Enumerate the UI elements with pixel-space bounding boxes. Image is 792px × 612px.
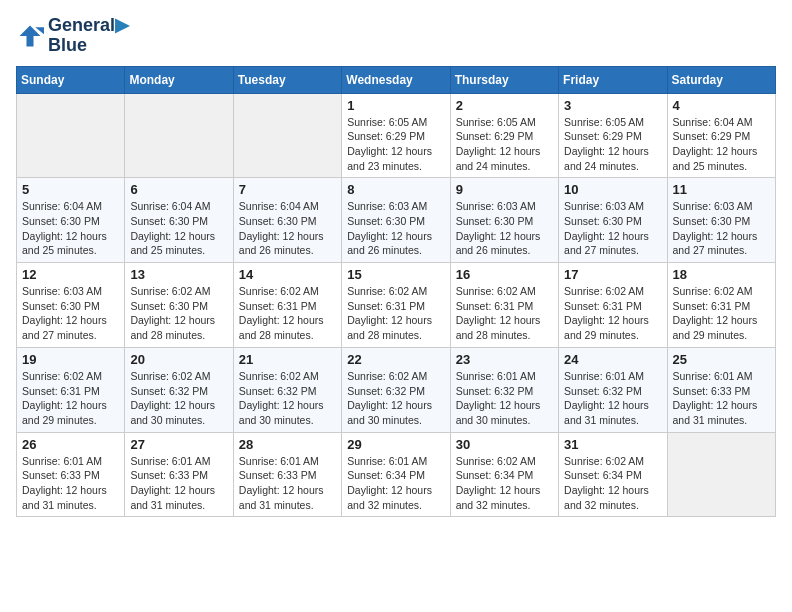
day-info: Sunrise: 6:01 AMSunset: 6:32 PMDaylight:… [456, 369, 553, 428]
day-info: Sunrise: 6:02 AMSunset: 6:32 PMDaylight:… [347, 369, 444, 428]
weekday-header: Saturday [667, 66, 775, 93]
calendar-cell: 10Sunrise: 6:03 AMSunset: 6:30 PMDayligh… [559, 178, 667, 263]
calendar-cell: 17Sunrise: 6:02 AMSunset: 6:31 PMDayligh… [559, 263, 667, 348]
day-info: Sunrise: 6:02 AMSunset: 6:32 PMDaylight:… [130, 369, 227, 428]
day-info: Sunrise: 6:02 AMSunset: 6:34 PMDaylight:… [456, 454, 553, 513]
calendar-week-row: 12Sunrise: 6:03 AMSunset: 6:30 PMDayligh… [17, 263, 776, 348]
calendar-week-row: 5Sunrise: 6:04 AMSunset: 6:30 PMDaylight… [17, 178, 776, 263]
day-number: 19 [22, 352, 119, 367]
day-number: 30 [456, 437, 553, 452]
calendar-cell: 23Sunrise: 6:01 AMSunset: 6:32 PMDayligh… [450, 347, 558, 432]
day-number: 22 [347, 352, 444, 367]
calendar-cell: 1Sunrise: 6:05 AMSunset: 6:29 PMDaylight… [342, 93, 450, 178]
logo-icon [16, 22, 44, 50]
calendar-week-row: 26Sunrise: 6:01 AMSunset: 6:33 PMDayligh… [17, 432, 776, 517]
day-number: 9 [456, 182, 553, 197]
calendar-cell [17, 93, 125, 178]
day-number: 27 [130, 437, 227, 452]
weekday-header: Friday [559, 66, 667, 93]
day-info: Sunrise: 6:01 AMSunset: 6:34 PMDaylight:… [347, 454, 444, 513]
day-number: 13 [130, 267, 227, 282]
day-number: 16 [456, 267, 553, 282]
day-info: Sunrise: 6:02 AMSunset: 6:31 PMDaylight:… [564, 284, 661, 343]
calendar-cell [125, 93, 233, 178]
day-info: Sunrise: 6:03 AMSunset: 6:30 PMDaylight:… [673, 199, 770, 258]
day-info: Sunrise: 6:02 AMSunset: 6:31 PMDaylight:… [456, 284, 553, 343]
calendar-cell: 8Sunrise: 6:03 AMSunset: 6:30 PMDaylight… [342, 178, 450, 263]
day-info: Sunrise: 6:02 AMSunset: 6:32 PMDaylight:… [239, 369, 336, 428]
day-number: 18 [673, 267, 770, 282]
calendar-cell [233, 93, 341, 178]
day-info: Sunrise: 6:03 AMSunset: 6:30 PMDaylight:… [347, 199, 444, 258]
day-number: 14 [239, 267, 336, 282]
day-info: Sunrise: 6:02 AMSunset: 6:31 PMDaylight:… [22, 369, 119, 428]
calendar-cell: 15Sunrise: 6:02 AMSunset: 6:31 PMDayligh… [342, 263, 450, 348]
logo-text: General▶ Blue [48, 16, 129, 56]
day-number: 23 [456, 352, 553, 367]
calendar-cell: 9Sunrise: 6:03 AMSunset: 6:30 PMDaylight… [450, 178, 558, 263]
calendar-cell: 2Sunrise: 6:05 AMSunset: 6:29 PMDaylight… [450, 93, 558, 178]
day-info: Sunrise: 6:02 AMSunset: 6:30 PMDaylight:… [130, 284, 227, 343]
day-number: 17 [564, 267, 661, 282]
weekday-header: Monday [125, 66, 233, 93]
calendar-cell: 21Sunrise: 6:02 AMSunset: 6:32 PMDayligh… [233, 347, 341, 432]
day-info: Sunrise: 6:04 AMSunset: 6:30 PMDaylight:… [130, 199, 227, 258]
day-info: Sunrise: 6:04 AMSunset: 6:30 PMDaylight:… [22, 199, 119, 258]
day-info: Sunrise: 6:03 AMSunset: 6:30 PMDaylight:… [22, 284, 119, 343]
day-info: Sunrise: 6:01 AMSunset: 6:33 PMDaylight:… [22, 454, 119, 513]
day-number: 29 [347, 437, 444, 452]
calendar-cell: 27Sunrise: 6:01 AMSunset: 6:33 PMDayligh… [125, 432, 233, 517]
day-number: 11 [673, 182, 770, 197]
day-info: Sunrise: 6:05 AMSunset: 6:29 PMDaylight:… [347, 115, 444, 174]
calendar-cell: 12Sunrise: 6:03 AMSunset: 6:30 PMDayligh… [17, 263, 125, 348]
calendar-cell: 3Sunrise: 6:05 AMSunset: 6:29 PMDaylight… [559, 93, 667, 178]
day-info: Sunrise: 6:02 AMSunset: 6:31 PMDaylight:… [673, 284, 770, 343]
calendar-cell: 26Sunrise: 6:01 AMSunset: 6:33 PMDayligh… [17, 432, 125, 517]
calendar-cell: 20Sunrise: 6:02 AMSunset: 6:32 PMDayligh… [125, 347, 233, 432]
weekday-header: Thursday [450, 66, 558, 93]
day-info: Sunrise: 6:02 AMSunset: 6:34 PMDaylight:… [564, 454, 661, 513]
day-info: Sunrise: 6:01 AMSunset: 6:33 PMDaylight:… [130, 454, 227, 513]
calendar-cell: 30Sunrise: 6:02 AMSunset: 6:34 PMDayligh… [450, 432, 558, 517]
day-number: 31 [564, 437, 661, 452]
logo: General▶ Blue [16, 16, 129, 56]
calendar-cell: 31Sunrise: 6:02 AMSunset: 6:34 PMDayligh… [559, 432, 667, 517]
day-number: 7 [239, 182, 336, 197]
day-number: 12 [22, 267, 119, 282]
day-info: Sunrise: 6:03 AMSunset: 6:30 PMDaylight:… [456, 199, 553, 258]
day-number: 4 [673, 98, 770, 113]
day-info: Sunrise: 6:01 AMSunset: 6:32 PMDaylight:… [564, 369, 661, 428]
day-number: 1 [347, 98, 444, 113]
weekday-header: Sunday [17, 66, 125, 93]
day-info: Sunrise: 6:01 AMSunset: 6:33 PMDaylight:… [239, 454, 336, 513]
calendar-cell: 16Sunrise: 6:02 AMSunset: 6:31 PMDayligh… [450, 263, 558, 348]
calendar-body: 1Sunrise: 6:05 AMSunset: 6:29 PMDaylight… [17, 93, 776, 517]
calendar-week-row: 1Sunrise: 6:05 AMSunset: 6:29 PMDaylight… [17, 93, 776, 178]
day-number: 21 [239, 352, 336, 367]
day-number: 8 [347, 182, 444, 197]
day-number: 25 [673, 352, 770, 367]
day-number: 15 [347, 267, 444, 282]
calendar-cell: 5Sunrise: 6:04 AMSunset: 6:30 PMDaylight… [17, 178, 125, 263]
calendar-cell: 19Sunrise: 6:02 AMSunset: 6:31 PMDayligh… [17, 347, 125, 432]
calendar-cell: 28Sunrise: 6:01 AMSunset: 6:33 PMDayligh… [233, 432, 341, 517]
weekday-header: Wednesday [342, 66, 450, 93]
day-number: 24 [564, 352, 661, 367]
calendar-cell: 25Sunrise: 6:01 AMSunset: 6:33 PMDayligh… [667, 347, 775, 432]
calendar-header: SundayMondayTuesdayWednesdayThursdayFrid… [17, 66, 776, 93]
calendar-cell: 11Sunrise: 6:03 AMSunset: 6:30 PMDayligh… [667, 178, 775, 263]
day-number: 5 [22, 182, 119, 197]
day-info: Sunrise: 6:01 AMSunset: 6:33 PMDaylight:… [673, 369, 770, 428]
day-number: 10 [564, 182, 661, 197]
calendar-cell: 24Sunrise: 6:01 AMSunset: 6:32 PMDayligh… [559, 347, 667, 432]
day-info: Sunrise: 6:04 AMSunset: 6:30 PMDaylight:… [239, 199, 336, 258]
day-info: Sunrise: 6:03 AMSunset: 6:30 PMDaylight:… [564, 199, 661, 258]
day-info: Sunrise: 6:02 AMSunset: 6:31 PMDaylight:… [347, 284, 444, 343]
day-info: Sunrise: 6:05 AMSunset: 6:29 PMDaylight:… [456, 115, 553, 174]
calendar-cell: 29Sunrise: 6:01 AMSunset: 6:34 PMDayligh… [342, 432, 450, 517]
day-info: Sunrise: 6:02 AMSunset: 6:31 PMDaylight:… [239, 284, 336, 343]
calendar-cell: 14Sunrise: 6:02 AMSunset: 6:31 PMDayligh… [233, 263, 341, 348]
calendar-cell: 4Sunrise: 6:04 AMSunset: 6:29 PMDaylight… [667, 93, 775, 178]
day-number: 2 [456, 98, 553, 113]
calendar-cell: 13Sunrise: 6:02 AMSunset: 6:30 PMDayligh… [125, 263, 233, 348]
